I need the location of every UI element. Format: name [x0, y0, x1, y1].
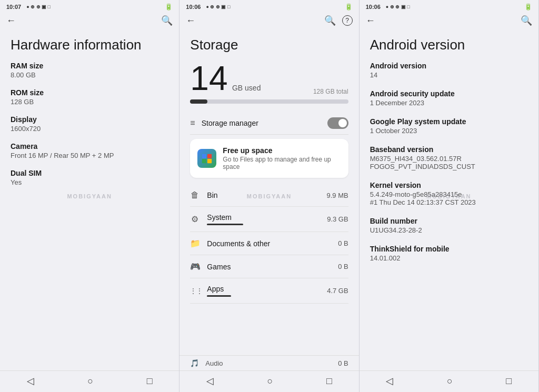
info-ram-label: RAM size: [11, 62, 168, 70]
storage-manager-label: Storage manager: [202, 119, 327, 127]
apps-size: 4.7 GB: [327, 287, 348, 295]
battery-icon-3: 🔋: [524, 3, 532, 11]
bottom-home-2[interactable]: ○: [267, 376, 273, 387]
storage-used-block: 14 GB used: [190, 62, 261, 95]
info-camera: Camera Front 16 MP / Rear 50 MP + 2 MP: [11, 142, 168, 159]
version-android-label: Android version: [370, 62, 528, 70]
status-time-2: 10:06 ● ⊕ ⊕ ▣ □: [186, 4, 230, 10]
version-baseband-label: Baseband version: [370, 145, 528, 154]
status-time-3: 10:06 ● ⊕ ⊕ ▣ □: [366, 4, 410, 10]
status-bar-1: 10:07 ● ⊕ ⊕ ▣ □ 🔋: [0, 0, 179, 13]
bottom-back-1[interactable]: ◁: [27, 375, 34, 387]
content-hardware: Hardware information RAM size 8.00 GB RO…: [0, 31, 179, 370]
time-2: 10:06: [186, 4, 201, 10]
free-space-icon: [197, 149, 216, 168]
docs-info: Documents & other: [207, 239, 338, 248]
bottom-back-3[interactable]: ◁: [386, 375, 393, 387]
version-security-label: Android security update: [370, 89, 528, 98]
version-play-label: Google Play system update: [370, 117, 528, 126]
panel-android-version: 10:06 ● ⊕ ⊕ ▣ □ 🔋 ← 🔍 Android version An…: [360, 0, 539, 392]
storage-unit: GB used: [232, 84, 261, 92]
back-icon-2[interactable]: ←: [186, 15, 195, 26]
info-display: Display 1600x720: [11, 115, 168, 133]
storage-manager-row[interactable]: ≡ Storage manager: [190, 112, 348, 135]
storage-bottom-partial: 🎵 Audio 0 B: [179, 355, 358, 370]
free-space-desc: Go to Files app to manage and free up sp…: [223, 156, 341, 170]
bottom-recent-1[interactable]: □: [147, 376, 153, 387]
nav-bar-1: ← 🔍: [0, 13, 179, 31]
bin-name: Bin: [207, 191, 326, 199]
bin-icon: 🗑: [190, 190, 199, 200]
nav-right-1: 🔍: [161, 15, 173, 26]
apps-icon: ⋮⋮: [190, 287, 199, 295]
info-sim: Dual SIM Yes: [11, 169, 168, 186]
system-bar: [207, 224, 243, 225]
storage-item-docs[interactable]: 📁 Documents & other 0 B: [190, 232, 348, 255]
storage-number: 14: [190, 62, 227, 95]
battery-icon-1: 🔋: [165, 3, 173, 11]
info-camera-value: Front 16 MP / Rear 50 MP + 2 MP: [11, 152, 168, 159]
apps-bar: [207, 295, 231, 297]
content-android: Android version Android version 14 Andro…: [360, 31, 538, 370]
bottom-recent-3[interactable]: □: [506, 376, 512, 387]
apps-info: Apps: [207, 285, 327, 297]
bottom-nav-1: ◁ ○ □: [0, 370, 179, 392]
info-rom-value: 128 GB: [11, 98, 168, 106]
nav-left-3: ←: [366, 15, 375, 26]
back-icon-1[interactable]: ←: [6, 15, 16, 26]
help-icon-2[interactable]: ?: [342, 15, 353, 26]
system-name: System: [207, 213, 327, 222]
storage-item-system[interactable]: ⚙ System 9.3 GB: [190, 207, 348, 232]
version-android-value: 14: [370, 71, 528, 79]
version-build-label: Build number: [370, 217, 528, 225]
version-thinkshield: ThinkShield for mobile 14.01.002: [370, 245, 528, 264]
search-icon-3[interactable]: 🔍: [521, 15, 532, 26]
status-icons-1: ● ⊕ ⊕ ▣ □: [26, 4, 51, 9]
storage-item-bin[interactable]: 🗑 Bin 9.9 MB: [190, 184, 348, 207]
system-icon: ⚙: [190, 214, 199, 224]
free-space-card[interactable]: Free up space Go to Files app to manage …: [190, 139, 348, 178]
nav-right-2: 🔍 ?: [324, 15, 353, 26]
games-name: Games: [207, 263, 338, 271]
svg-rect-1: [207, 154, 212, 158]
search-icon-2[interactable]: 🔍: [324, 15, 336, 26]
games-info: Games: [207, 263, 338, 271]
info-display-value: 1600x720: [11, 125, 168, 133]
battery-icon-2: 🔋: [345, 3, 353, 11]
bottom-back-2[interactable]: ◁: [206, 375, 214, 387]
info-ram: RAM size 8.00 GB: [11, 62, 168, 79]
bottom-recent-2[interactable]: □: [326, 376, 332, 387]
version-kernel-label: Kernel version: [370, 181, 528, 189]
search-icon-1[interactable]: 🔍: [161, 15, 173, 26]
bin-info: Bin: [207, 191, 326, 199]
version-build: Build number U1UG34.23-28-2: [370, 217, 528, 236]
bottom-nav-3: ◁ ○ □: [360, 370, 538, 392]
nav-left-1: ←: [6, 15, 16, 26]
system-size: 9.3 GB: [327, 215, 348, 223]
bottom-home-3[interactable]: ○: [447, 376, 453, 387]
back-icon-3[interactable]: ←: [366, 15, 375, 26]
free-space-text: Free up space Go to Files app to manage …: [223, 146, 341, 170]
info-rom: ROM size 128 GB: [11, 88, 168, 106]
storage-manager-toggle[interactable]: [327, 117, 348, 129]
storage-item-games[interactable]: 🎮 Games 0 B: [190, 255, 348, 278]
system-info: System: [207, 213, 327, 225]
status-right-3: 🔋: [524, 3, 532, 11]
bottom-home-1[interactable]: ○: [87, 376, 93, 387]
storage-manager-icon: ≡: [190, 118, 195, 128]
version-thinkshield-label: ThinkShield for mobile: [370, 245, 528, 253]
nav-bar-3: ← 🔍: [360, 13, 538, 31]
games-size: 0 B: [338, 263, 348, 270]
time-3: 10:06: [366, 4, 381, 10]
version-security: Android security update 1 December 2023: [370, 89, 528, 109]
storage-item-apps[interactable]: ⋮⋮ Apps 4.7 GB: [190, 278, 348, 304]
svg-rect-2: [202, 159, 206, 163]
audio-size: 0 B: [338, 359, 348, 367]
status-bar-2: 10:06 ● ⊕ ⊕ ▣ □ 🔋: [179, 0, 358, 13]
audio-label: Audio: [205, 359, 338, 367]
panel-storage: 10:06 ● ⊕ ⊕ ▣ □ 🔋 ← 🔍 ? Storage 14 GB us…: [179, 0, 359, 392]
status-icons-2: ● ⊕ ⊕ ▣ □: [206, 4, 230, 9]
info-sim-value: Yes: [11, 178, 168, 186]
bin-size: 9.9 MB: [326, 192, 348, 199]
nav-left-2: ←: [186, 15, 195, 26]
